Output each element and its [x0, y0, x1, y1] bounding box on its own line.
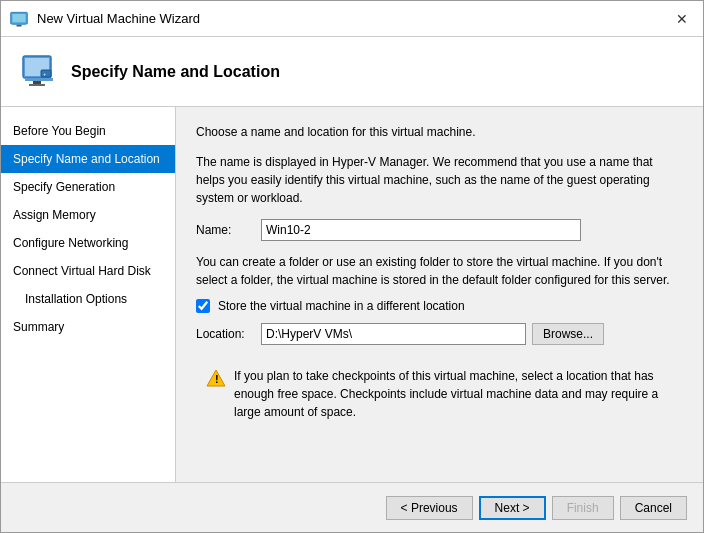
- sidebar-item-summary[interactable]: Summary: [1, 313, 175, 341]
- location-input[interactable]: [261, 323, 526, 345]
- content-area: Before You Begin Specify Name and Locati…: [1, 107, 703, 482]
- sidebar: Before You Begin Specify Name and Locati…: [1, 107, 176, 482]
- title-bar: New Virtual Machine Wizard ✕: [1, 1, 703, 37]
- name-input[interactable]: [261, 219, 581, 241]
- location-label: Location:: [196, 327, 251, 341]
- page-title: Specify Name and Location: [71, 63, 280, 81]
- checkbox-row: Store the virtual machine in a different…: [196, 299, 683, 313]
- browse-button[interactable]: Browse...: [532, 323, 604, 345]
- sidebar-item-connect-hard-disk[interactable]: Connect Virtual Hard Disk: [1, 257, 175, 285]
- description-3: You can create a folder or use an existi…: [196, 253, 683, 289]
- warning-box: ! If you plan to take checkpoints of thi…: [196, 359, 683, 429]
- location-row: Location: Browse...: [196, 323, 683, 345]
- sidebar-item-assign-memory[interactable]: Assign Memory: [1, 201, 175, 229]
- warning-icon: !: [206, 368, 226, 388]
- next-button[interactable]: Next >: [479, 496, 546, 520]
- header-icon: +: [21, 54, 57, 90]
- previous-button[interactable]: < Previous: [386, 496, 473, 520]
- svg-rect-1: [12, 14, 25, 22]
- svg-text:+: +: [43, 71, 47, 77]
- title-bar-text: New Virtual Machine Wizard: [37, 11, 669, 26]
- app-icon: [9, 9, 29, 29]
- main-content: Choose a name and location for this virt…: [176, 107, 703, 482]
- description-1: Choose a name and location for this virt…: [196, 123, 683, 141]
- name-label: Name:: [196, 223, 251, 237]
- footer: < Previous Next > Finish Cancel: [1, 482, 703, 532]
- warning-text: If you plan to take checkpoints of this …: [234, 367, 673, 421]
- svg-rect-8: [29, 84, 45, 86]
- sidebar-item-specify-name[interactable]: Specify Name and Location: [1, 145, 175, 173]
- sidebar-item-configure-networking[interactable]: Configure Networking: [1, 229, 175, 257]
- svg-text:!: !: [215, 373, 219, 385]
- sidebar-item-specify-generation[interactable]: Specify Generation: [1, 173, 175, 201]
- close-button[interactable]: ✕: [669, 8, 695, 30]
- checkbox-label: Store the virtual machine in a different…: [218, 299, 465, 313]
- sidebar-item-installation-options[interactable]: Installation Options: [1, 285, 175, 313]
- main-window: New Virtual Machine Wizard ✕ + Specify N…: [0, 0, 704, 533]
- svg-rect-3: [17, 24, 22, 26]
- cancel-button[interactable]: Cancel: [620, 496, 687, 520]
- svg-rect-7: [33, 81, 41, 84]
- sidebar-item-before-you-begin[interactable]: Before You Begin: [1, 117, 175, 145]
- name-field-row: Name:: [196, 219, 683, 241]
- page-header: + Specify Name and Location: [1, 37, 703, 107]
- svg-rect-6: [25, 78, 53, 81]
- finish-button[interactable]: Finish: [552, 496, 614, 520]
- description-2: The name is displayed in Hyper-V Manager…: [196, 153, 683, 207]
- svg-rect-2: [12, 23, 25, 25]
- store-location-checkbox[interactable]: [196, 299, 210, 313]
